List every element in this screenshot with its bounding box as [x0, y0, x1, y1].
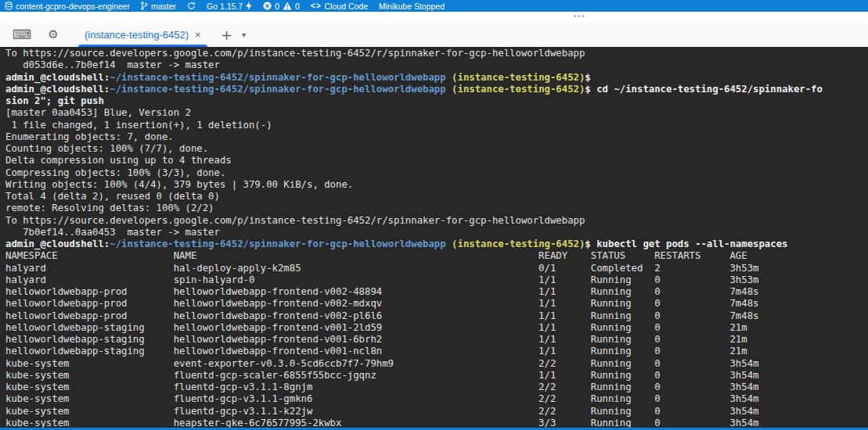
- terminal-line: d053d6e..7b0ef14 master -> master: [5, 59, 868, 71]
- terminal-tab-label: (instance-testing-6452): [85, 29, 189, 41]
- terminal-line: Writing objects: 100% (4/4), 379 bytes |…: [5, 179, 868, 191]
- terminal-settings-gear-icon[interactable]: ⚙: [44, 27, 63, 41]
- terminal-output[interactable]: To https://source.developers.google.com/…: [0, 47, 868, 430]
- terminal-line: sion 2"; git push: [5, 95, 868, 107]
- terminal-line: helloworldwebapp-staging helloworldwebap…: [5, 334, 868, 346]
- terminal-line: halyard hal-deploy-apply-k2m85 0/1 Compl…: [5, 263, 868, 274]
- terminal-line: To https://source.developers.google.com/…: [5, 48, 868, 59]
- terminal-line: admin_@cloudshell:~/instance-testing-645…: [5, 238, 868, 250]
- project-name: content-gcpro-devops-engineer: [16, 2, 130, 11]
- error-icon: [263, 2, 272, 10]
- lightning-icon: [246, 2, 252, 10]
- database-icon: [5, 2, 13, 10]
- terminal-line: Compressing objects: 100% (3/3), done.: [5, 167, 868, 179]
- sync-refresh-icon: [187, 2, 196, 10]
- terminal-toolbar: ⌨ ⚙ (instance-testing-6452) × + ▾: [0, 22, 868, 47]
- terminal-line: admin_@cloudshell:~/instance-testing-645…: [5, 72, 868, 84]
- terminal-line: Delta compression using up to 4 threads: [5, 155, 868, 167]
- error-count: 0: [275, 2, 279, 11]
- terminal-line: To https://source.developers.google.com/…: [5, 215, 868, 227]
- terminal-line: helloworldwebapp-prod helloworldwebapp-f…: [5, 298, 868, 310]
- tab-menu-chevron-down-icon[interactable]: ▾: [239, 30, 250, 39]
- problems-status-item[interactable]: 0 0: [263, 2, 300, 11]
- warning-icon: [283, 2, 292, 10]
- panel-drag-handle[interactable]: •••: [574, 12, 585, 22]
- terminal-line: kube-system fluentd-gcp-scaler-6855f55bc…: [5, 370, 868, 382]
- terminal-line: kube-system fluentd-gcp-v3.1.1-gmkn6 2/2…: [5, 393, 868, 405]
- warning-count: 0: [295, 2, 300, 11]
- terminal-line: helloworldwebapp-staging helloworldwebap…: [5, 322, 868, 334]
- terminal-line: kube-system fluentd-gcp-v3.1.1-8gnjm 2/2…: [5, 382, 868, 393]
- add-terminal-tab-button[interactable]: +: [220, 27, 234, 43]
- sync-status-item[interactable]: [187, 2, 196, 10]
- terminal-line: Counting objects: 100% (7/7), done.: [5, 143, 868, 155]
- terminal-line: kube-system event-exporter-v0.3.0-5cd6cc…: [5, 358, 868, 370]
- terminal-line: Total 4 (delta 2), reused 0 (delta 0): [5, 191, 868, 202]
- terminal-line: kube-system fluentd-gcp-v3.1.1-k22jw 2/2…: [5, 406, 868, 417]
- terminal-line: halyard spin-halyard-0 1/1 Running 0 3h5…: [5, 274, 868, 286]
- status-bar: content-gcpro-devops-engineer master Go …: [0, 0, 868, 12]
- git-branch-icon: [141, 2, 148, 10]
- tab-close-icon[interactable]: ×: [195, 29, 201, 41]
- git-branch-name: master: [151, 2, 176, 11]
- terminal-line: 7b0ef14..0aa0453 master -> master: [5, 227, 868, 238]
- terminal-line: Enumerating objects: 7, done.: [5, 131, 868, 143]
- git-branch-status-item[interactable]: master: [141, 2, 176, 11]
- cloud-code-status-item[interactable]: <> Cloud Code: [311, 2, 368, 11]
- terminal-line: [master 0aa0453] Blue, Version 2: [5, 107, 868, 119]
- terminal-line: 1 file changed, 1 insertion(+), 1 deleti…: [5, 120, 868, 131]
- cloud-code-label: Cloud Code: [325, 2, 368, 11]
- go-version-label: Go 1.15.7: [207, 2, 243, 11]
- go-version-status-item[interactable]: Go 1.15.7: [207, 2, 252, 11]
- terminal-line: NAMESPACE NAME READY STATUS RESTARTS AGE: [5, 250, 868, 262]
- terminal-line: helloworldwebapp-prod helloworldwebapp-f…: [5, 310, 868, 322]
- minikube-status-item[interactable]: Minikube Stopped: [379, 2, 445, 11]
- keyboard-icon[interactable]: ⌨: [13, 27, 31, 42]
- minikube-status-label: Minikube Stopped: [379, 2, 445, 11]
- terminal-tab-instance-testing-6452[interactable]: (instance-testing-6452) ×: [77, 22, 209, 47]
- terminal-line: admin_@cloudshell:~/instance-testing-645…: [5, 84, 868, 95]
- project-status-item[interactable]: content-gcpro-devops-engineer: [5, 2, 130, 11]
- panel-splitter: •••: [0, 12, 868, 22]
- code-brackets-icon: <>: [311, 2, 322, 10]
- terminal-line: helloworldwebapp-prod helloworldwebapp-f…: [5, 286, 868, 298]
- terminal-line: helloworldwebapp-staging helloworldwebap…: [5, 346, 868, 357]
- terminal-line: remote: Resolving deltas: 100% (2/2): [5, 202, 868, 214]
